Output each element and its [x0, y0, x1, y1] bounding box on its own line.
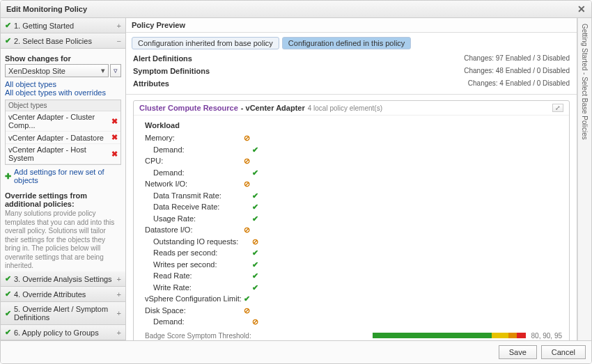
cluster-section: Cluster Compute Resource - vCenter Adapt… — [133, 100, 570, 340]
metric-row: Reads per second:✔ — [145, 247, 562, 259]
check-icon: ✔ — [242, 293, 251, 305]
section-local-count: 4 local policy element(s) — [308, 104, 382, 112]
collapse-icon[interactable]: ⤢ — [552, 104, 563, 112]
object-label: vCenter Adapter - Cluster Comp... — [8, 113, 111, 129]
step-label: 2. Select Base Policies — [14, 37, 92, 45]
metric-row: Memory: — [145, 132, 562, 144]
link-all-object-types[interactable]: All object types — [5, 80, 121, 88]
check-icon: ✔ — [5, 309, 11, 318]
preview-scroll[interactable]: Cluster Compute Resource - vCenter Adapt… — [126, 95, 577, 340]
metric-row: vSphere Configuration Limit:✔ — [145, 293, 562, 305]
left-panel: ✔ 1. Getting Started + ✔ 2. Select Base … — [1, 18, 126, 340]
check-icon: ✔ — [251, 282, 259, 294]
plus-icon: + — [117, 309, 121, 317]
metric-name: Memory: — [145, 132, 242, 144]
step-label: 5. Override Alert / Symptom Definitions — [14, 305, 114, 322]
metric-name: Disk Space: — [145, 305, 242, 317]
metric-row: Disk Space: — [145, 305, 562, 317]
show-changes-select[interactable]: XenDesktop Site ▾ — [5, 64, 109, 77]
summary-attributes[interactable]: Attributes Changes: 4 Enabled / 0 Disabl… — [133, 77, 570, 90]
minus-icon: − — [117, 37, 121, 45]
metric-row: CPU: — [145, 155, 562, 167]
metric-name: Datastore I/O: — [145, 224, 242, 236]
metric-name: Data Transmit Rate: — [153, 190, 251, 202]
show-changes-label: Show changes for — [5, 54, 121, 63]
metric-name: Demand: — [153, 144, 251, 156]
metric-name: vSphere Configuration Limit: — [145, 293, 242, 305]
check-icon: ✔ — [251, 259, 259, 271]
section-adapter: - vCenter Adapter — [241, 104, 305, 112]
metric-row: Usage Rate:✔ — [145, 213, 562, 225]
remove-icon[interactable]: ✖ — [111, 133, 118, 142]
threshold-label: Badge Score Symptom Threshold: — [145, 332, 251, 340]
threshold-values: 80, 90, 95 — [531, 332, 562, 340]
check-icon: ✔ — [251, 247, 259, 259]
right-side-strip[interactable]: Getting Started - Select Base Policies — [577, 18, 591, 340]
add-settings-label: Add settings for new set of objects — [14, 168, 121, 184]
plus-icon: + — [117, 290, 121, 299]
override-description: Many solutions provide policy templates … — [5, 209, 121, 271]
metric-row: Demand:✔ — [145, 167, 562, 179]
step-override-alert[interactable]: ✔ 5. Override Alert / Symptom Definition… — [1, 302, 125, 325]
step-apply-groups[interactable]: ✔ 6. Apply policy to Groups + — [1, 325, 125, 340]
remove-icon[interactable]: ✖ — [111, 150, 118, 159]
step-getting-started[interactable]: ✔ 1. Getting Started + — [1, 18, 125, 33]
step-override-attributes[interactable]: ✔ 4. Override Attributes + — [1, 287, 125, 302]
dialog-title: Edit Monitoring Policy — [6, 5, 87, 13]
group-workload: Workload — [145, 121, 562, 129]
object-row[interactable]: vCenter Adapter - Host System ✖ — [6, 144, 120, 164]
metric-row: Write Rate:✔ — [145, 282, 562, 294]
disabled-icon — [251, 316, 259, 328]
link-all-object-types-overrides[interactable]: All object types with overrides — [5, 88, 121, 97]
object-types-header: Object types — [6, 100, 120, 111]
check-icon: ✔ — [5, 36, 11, 45]
add-settings-link[interactable]: ✚ Add settings for new set of objects — [5, 166, 121, 186]
section-object: Cluster Compute Resource — [139, 104, 238, 112]
step-select-base-policies[interactable]: ✔ 2. Select Base Policies − — [1, 33, 125, 49]
check-icon: ✔ — [251, 213, 259, 225]
summary-alert[interactable]: Alert Definitions Changes: 97 Enabled / … — [133, 52, 570, 65]
left-scroll: Show changes for XenDesktop Site ▾ ▿ All… — [1, 49, 125, 271]
check-icon: ✔ — [251, 167, 259, 179]
filter-icon: ▿ — [114, 66, 118, 75]
tab-inherited[interactable]: Configuration inherited from base policy — [132, 37, 279, 49]
check-icon: ✔ — [251, 144, 259, 156]
close-icon[interactable]: ✕ — [577, 3, 586, 15]
disabled-icon — [242, 132, 251, 144]
metric-name: Writes per second: — [153, 259, 251, 271]
step-label: 6. Apply policy to Groups — [14, 329, 99, 337]
object-label: vCenter Adapter - Datastore — [8, 134, 104, 142]
check-icon: ✔ — [5, 328, 11, 337]
metric-name: Demand: — [153, 167, 251, 179]
metric-name: Network I/O: — [145, 178, 242, 190]
object-row[interactable]: vCenter Adapter - Cluster Comp... ✖ — [6, 111, 120, 132]
tab-defined[interactable]: Configuration defined in this policy — [282, 37, 412, 49]
metric-name: Read Rate: — [153, 270, 251, 282]
check-icon: ✔ — [251, 201, 259, 213]
step-override-analysis[interactable]: ✔ 3. Override Analysis Settings + — [1, 271, 125, 287]
remove-icon[interactable]: ✖ — [111, 117, 118, 126]
cancel-button[interactable]: Cancel — [541, 345, 586, 359]
step-label: 4. Override Attributes — [14, 290, 86, 299]
disabled-icon — [242, 178, 251, 190]
disabled-icon — [242, 155, 251, 167]
disabled-icon — [242, 224, 251, 236]
metric-row: Data Transmit Rate:✔ — [145, 190, 562, 202]
object-row[interactable]: vCenter Adapter - Datastore ✖ — [6, 132, 120, 144]
summary-label: Attributes — [133, 79, 169, 88]
main-panel: Policy Preview Configuration inherited f… — [126, 18, 577, 340]
check-icon: ✔ — [5, 274, 11, 283]
select-value: XenDesktop Site — [8, 67, 65, 75]
policy-preview-header: Policy Preview — [126, 18, 577, 33]
metric-row: Data Receive Rate:✔ — [145, 201, 562, 213]
object-label: vCenter Adapter - Host System — [8, 145, 111, 162]
summary-label: Symptom Definitions — [133, 67, 210, 75]
check-icon: ✔ — [5, 290, 11, 299]
override-heading: Override settings from additional polici… — [5, 191, 121, 208]
step-label: 1. Getting Started — [14, 22, 74, 30]
filter-button[interactable]: ▿ — [110, 64, 121, 77]
save-button[interactable]: Save — [499, 345, 537, 359]
config-tabs: Configuration inherited from base policy… — [126, 33, 577, 52]
summary-symptom[interactable]: Symptom Definitions Changes: 48 Enabled … — [133, 65, 570, 77]
threshold-bar — [373, 333, 526, 338]
